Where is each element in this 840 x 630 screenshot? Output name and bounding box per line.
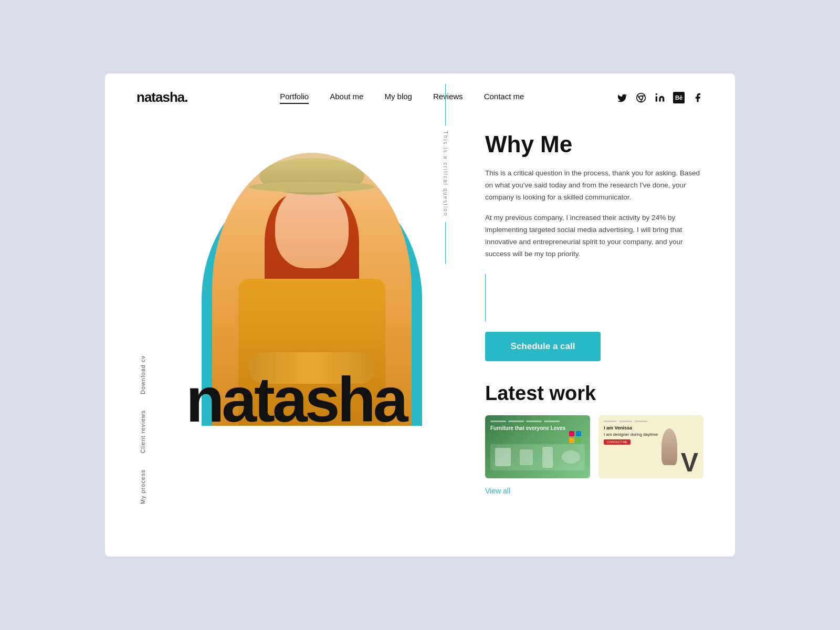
svg-point-5: [656, 93, 657, 94]
vertical-text-area: This is a critical question: [443, 84, 448, 264]
thumb-venissa-btn[interactable]: CONTACT ME: [604, 439, 631, 445]
page-wrapper: natasha. Portfolio About me My blog Revi…: [105, 74, 735, 556]
thumb-nav-dot: [526, 421, 542, 422]
thumb-venissa-nav: [604, 421, 698, 422]
main-content: Download cv Client reviews My process: [105, 121, 735, 556]
work-thumbnails: Furniture that everyone Loves: [485, 415, 704, 478]
work-thumb-furniture[interactable]: Furniture that everyone Loves: [485, 415, 590, 478]
thumb-venissa-title: I am Venissa I am designer during daytim…: [604, 425, 698, 437]
vertical-line-top: [445, 84, 446, 126]
view-all-link[interactable]: View all: [485, 487, 704, 495]
nav-blog[interactable]: My blog: [384, 92, 412, 103]
nav-contact[interactable]: Contact me: [484, 92, 524, 103]
sidebar-label-download[interactable]: Download cv: [140, 355, 146, 394]
facebook-icon[interactable]: [692, 92, 704, 103]
thumb-nav: [490, 421, 585, 422]
thumb-nav-dot: [490, 421, 506, 422]
thumb-v-dot: [604, 421, 617, 422]
why-me-title: Why Me: [485, 132, 704, 157]
hero-section: natasha This is a critical question: [170, 121, 443, 426]
latest-work-title: Latest work: [485, 382, 704, 405]
linkedin-icon[interactable]: [654, 92, 666, 103]
nav-portfolio[interactable]: Portfolio: [280, 92, 309, 103]
schedule-call-button[interactable]: Schedule a call: [485, 332, 601, 361]
why-me-paragraph2: At my previous company, I increased thei…: [485, 212, 704, 260]
sidebar-label-reviews[interactable]: Client reviews: [140, 410, 146, 453]
behance-icon[interactable]: Bē: [673, 92, 685, 103]
why-me-paragraph1: This is a critical question in the proce…: [485, 167, 704, 204]
work-thumb-venissa[interactable]: I am Venissa I am designer during daytim…: [598, 415, 704, 478]
thumb-nav-dot: [544, 421, 560, 422]
right-panel: Why Me This is a critical question in th…: [464, 121, 704, 536]
left-sidebar: Download cv Client reviews My process: [136, 121, 149, 536]
chrome-icon[interactable]: [635, 92, 647, 103]
hero-name: natasha: [186, 368, 406, 431]
vertical-critical-text: This is a critical question: [443, 131, 448, 217]
divider-line: [485, 274, 486, 321]
social-icons: Bē: [616, 92, 704, 103]
thumb-v-dot: [634, 421, 647, 422]
vertical-line-bottom: [445, 222, 446, 264]
thumb-v-dot: [619, 421, 632, 422]
nav-about[interactable]: About me: [330, 92, 363, 103]
sidebar-label-process[interactable]: My process: [140, 469, 146, 504]
logo: natasha.: [136, 89, 188, 106]
thumb-nav-dot: [508, 421, 524, 422]
main-nav: Portfolio About me My blog Reviews Conta…: [280, 92, 524, 103]
thumb-v-letter: V: [681, 449, 698, 476]
twitter-icon[interactable]: [616, 92, 628, 103]
header: natasha. Portfolio About me My blog Revi…: [105, 74, 735, 121]
